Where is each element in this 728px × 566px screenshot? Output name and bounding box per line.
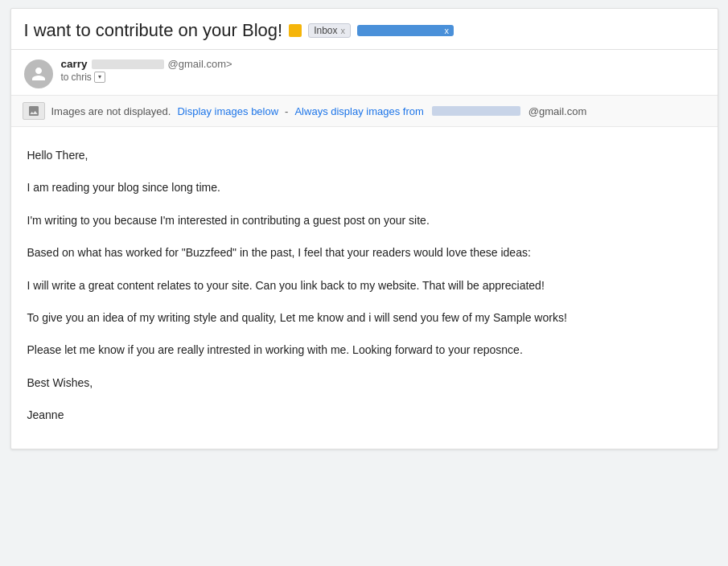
display-images-link[interactable]: Display images below: [177, 105, 278, 117]
body-p1: I am reading your blog since long time.: [27, 178, 701, 196]
avatar: [24, 59, 53, 88]
tag-inbox-label: Inbox: [314, 25, 337, 36]
email-subject: I want to contribute on your Blog!: [24, 20, 283, 41]
sender-email-suffix: @gmail.com>: [168, 58, 232, 70]
tag-blue-close[interactable]: x: [445, 26, 450, 35]
email-body: Hello There, I am reading your blog sinc…: [11, 127, 718, 449]
body-p6: Please let me know if you are really int…: [27, 341, 701, 359]
body-p3: Based on what has worked for "Buzzfeed" …: [27, 244, 701, 261]
image-placeholder-icon: [23, 102, 45, 120]
body-p5: To give you an idea of my writing style …: [27, 309, 701, 326]
to-recipient: chris: [72, 72, 92, 83]
always-display-link[interactable]: Always display images from: [294, 105, 423, 117]
images-separator: -: [285, 105, 288, 117]
sender-name: carry: [61, 58, 88, 70]
images-email-suffix: @gmail.com: [529, 105, 586, 117]
to-dropdown[interactable]: ▾: [94, 72, 105, 83]
tag-inbox-close[interactable]: x: [341, 26, 346, 35]
to-line: to chris ▾: [61, 72, 705, 83]
sender-name-line: carry @gmail.com>: [61, 58, 705, 70]
email-thread: I want to contribute on your Blog! Inbox…: [10, 8, 718, 449]
to-label: to: [61, 72, 69, 83]
image-icon: [27, 105, 40, 117]
sender-email-redacted: [92, 59, 164, 69]
person-icon: [31, 66, 47, 82]
sender-row: carry @gmail.com> to chris ▾: [11, 50, 718, 96]
email-header: I want to contribute on your Blog! Inbox…: [11, 9, 718, 50]
label-yellow-icon[interactable]: [289, 24, 302, 37]
tag-blue[interactable]: x: [357, 25, 454, 36]
images-not-displayed-text: Images are not displayed.: [51, 105, 171, 117]
body-p4: I will write a great content relates to …: [27, 277, 701, 294]
body-p2: I'm writing to you because I'm intereste…: [27, 211, 701, 229]
body-closing: Best Wishes,: [27, 374, 701, 392]
body-greeting: Hello There,: [27, 146, 701, 164]
sender-domain-redacted: [432, 106, 520, 116]
body-signature: Jeanne: [27, 406, 701, 424]
images-bar: Images are not displayed. Display images…: [11, 96, 718, 127]
tag-inbox[interactable]: Inbox x: [308, 23, 351, 38]
sender-info: carry @gmail.com> to chris ▾: [61, 58, 705, 83]
